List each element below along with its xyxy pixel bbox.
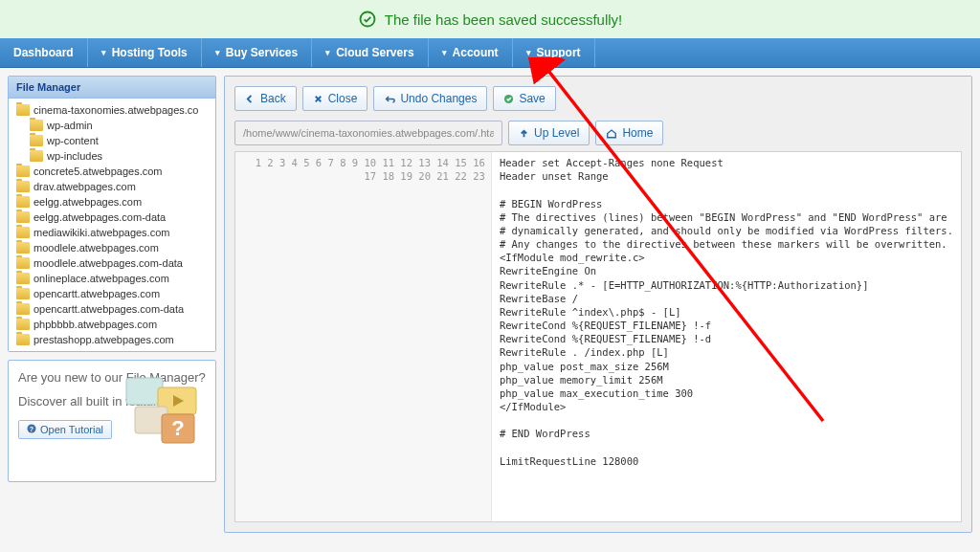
- check-icon: [503, 94, 514, 104]
- folder-icon: [16, 273, 30, 284]
- folder-icon: [16, 288, 30, 299]
- check-circle-icon: [358, 10, 377, 29]
- tree-item[interactable]: moodlele.atwebpages.com-data: [12, 255, 212, 271]
- tree-item[interactable]: drav.atwebpages.com: [12, 179, 212, 194]
- tree-item[interactable]: concrete5.atwebpages.com: [12, 164, 212, 179]
- arrow-left-icon: [245, 94, 256, 104]
- folder-icon: [16, 104, 30, 116]
- file-tree[interactable]: cinema-taxonomies.atwebpages.cowp-adminw…: [9, 99, 215, 351]
- tree-item[interactable]: mediawikiki.atwebpages.com: [12, 225, 212, 240]
- undo-changes-button[interactable]: Undo Changes: [373, 86, 487, 111]
- folder-icon: [16, 196, 30, 208]
- success-message: The file has been saved successfully!: [385, 11, 622, 28]
- tree-item[interactable]: eelgg.atwebpages.com-data: [12, 210, 212, 225]
- line-gutter: 1 2 3 4 5 6 7 8 9 10 11 12 13 14 15 16 1…: [235, 152, 492, 521]
- tree-item[interactable]: opencartt.atwebpages.com-data: [12, 301, 212, 317]
- open-tutorial-button[interactable]: ? Open Tutorial: [18, 420, 112, 439]
- svg-rect-1: [126, 378, 163, 405]
- success-banner: The file has been saved successfully!: [0, 0, 980, 38]
- folder-icon: [16, 181, 30, 192]
- info-icon: ?: [27, 424, 36, 435]
- code-content[interactable]: Header set Accept-Ranges none Request He…: [492, 152, 961, 521]
- folder-icon: [16, 257, 30, 269]
- tree-item[interactable]: wp-content: [12, 133, 212, 148]
- nav-account[interactable]: ▾Account: [429, 38, 513, 67]
- tree-item-label: moodlele.atwebpages.com: [33, 242, 159, 254]
- tree-item-label: phpbbbb.atwebpages.com: [33, 319, 157, 330]
- caret-down-icon: ▾: [526, 48, 531, 57]
- folder-icon: [30, 135, 43, 146]
- nav-hosting-tools[interactable]: ▾Hosting Tools: [88, 38, 202, 67]
- folder-icon: [16, 319, 30, 330]
- code-editor[interactable]: 1 2 3 4 5 6 7 8 9 10 11 12 13 14 15 16 1…: [234, 151, 962, 522]
- folder-icon: [16, 166, 30, 177]
- caret-down-icon: ▾: [442, 48, 447, 57]
- tree-item-label: drav.atwebpages.com: [33, 181, 136, 192]
- save-button[interactable]: Save: [493, 86, 555, 111]
- tree-item[interactable]: wp-admin: [12, 118, 212, 133]
- tree-item-label: concrete5.atwebpages.com: [33, 166, 163, 177]
- caret-down-icon: ▾: [215, 48, 220, 57]
- promo-panel: Are you new to our File Manager? Discove…: [8, 360, 216, 482]
- folder-icon: [16, 242, 30, 254]
- folder-icon: [30, 150, 43, 162]
- tree-item[interactable]: eelgg.atwebpages.com: [12, 194, 212, 210]
- folder-icon: [16, 334, 30, 345]
- close-button[interactable]: Close: [302, 86, 368, 111]
- folder-icon: [16, 303, 30, 315]
- tree-item[interactable]: onlineplace.atwebpages.com: [12, 271, 212, 286]
- tree-item[interactable]: phpbbbb.atwebpages.com: [12, 317, 212, 332]
- editor-panel: Back Close Undo Changes Save Up Level: [224, 76, 972, 533]
- undo-icon: [384, 94, 395, 104]
- path-input[interactable]: [234, 121, 502, 145]
- home-button[interactable]: Home: [595, 121, 663, 145]
- tree-item-label: eelgg.atwebpages.com-data: [33, 211, 166, 223]
- nav-cloud-servers[interactable]: ▾Cloud Servers: [312, 38, 428, 67]
- tree-item-label: wp-content: [47, 135, 99, 146]
- file-manager-title: File Manager: [9, 77, 215, 99]
- tree-item-label: opencartt.atwebpages.com: [33, 288, 160, 299]
- tree-item-label: mediawikiki.atwebpages.com: [33, 227, 169, 238]
- tree-item-label: onlineplace.atwebpages.com: [33, 273, 169, 284]
- nav-support[interactable]: ▾Support: [513, 38, 595, 67]
- tree-item-label: wp-admin: [47, 120, 93, 131]
- caret-down-icon: ▾: [325, 48, 330, 57]
- tree-item-label: opencartt.atwebpages.com-data: [33, 303, 184, 315]
- tree-item-label: eelgg.atwebpages.com: [33, 196, 142, 208]
- nav-dashboard[interactable]: Dashboard: [0, 38, 88, 67]
- nav-buy-services[interactable]: ▾Buy Services: [202, 38, 312, 67]
- tree-item[interactable]: wp-includes: [12, 148, 212, 164]
- up-level-button[interactable]: Up Level: [508, 121, 590, 145]
- tree-item[interactable]: opencartt.atwebpages.com: [12, 286, 212, 301]
- folder-icon: [16, 227, 30, 238]
- promo-illustration: ?: [122, 370, 208, 452]
- svg-text:?: ?: [171, 416, 184, 440]
- folder-icon: [16, 211, 30, 223]
- file-manager-panel: File Manager cinema-taxonomies.atwebpage…: [8, 76, 216, 352]
- tree-item[interactable]: prestashopp.atwebpages.com: [12, 332, 212, 347]
- folder-icon: [30, 120, 43, 131]
- home-icon: [606, 128, 617, 139]
- tree-item-label: cinema-taxonomies.atwebpages.co: [33, 104, 198, 116]
- back-button[interactable]: Back: [234, 86, 297, 111]
- arrow-up-icon: [519, 128, 529, 139]
- tree-item-label: moodlele.atwebpages.com-data: [33, 257, 183, 269]
- tree-item-label: wp-includes: [47, 150, 102, 162]
- x-icon: [313, 94, 323, 104]
- tree-item[interactable]: cinema-taxonomies.atwebpages.co: [12, 102, 212, 118]
- top-nav: Dashboard ▾Hosting Tools ▾Buy Services ▾…: [0, 38, 980, 68]
- caret-down-icon: ▾: [101, 48, 106, 57]
- tree-item-label: prestashopp.atwebpages.com: [33, 334, 174, 345]
- tree-item[interactable]: moodlele.atwebpages.com: [12, 240, 212, 255]
- svg-text:?: ?: [30, 426, 33, 432]
